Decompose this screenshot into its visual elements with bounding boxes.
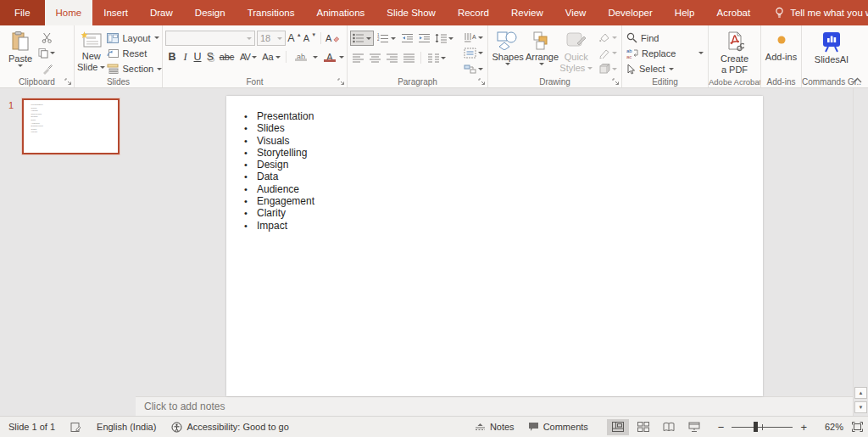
text-direction-button[interactable]: A (460, 31, 486, 44)
text-highlight-button[interactable]: ab (290, 49, 312, 64)
reading-view-button[interactable] (658, 419, 680, 435)
align-text-button[interactable] (460, 47, 486, 59)
tab-slide-show[interactable]: Slide Show (376, 0, 447, 25)
clipboard-dialog-launcher[interactable] (64, 78, 72, 86)
font-dialog-launcher[interactable] (337, 78, 345, 86)
create-pdf-button[interactable]: Create a PDF (714, 28, 756, 76)
increase-indent-button[interactable] (416, 31, 431, 46)
language-indicator[interactable]: English (India) (97, 422, 156, 432)
bullet-item[interactable]: Impact (244, 220, 314, 232)
numbering-button[interactable]: 12 (376, 31, 398, 46)
shapes-button[interactable]: Shapes (491, 28, 525, 76)
arrange-button[interactable]: Arrange (525, 28, 559, 76)
text-shadow-button[interactable]: S (204, 49, 216, 64)
tab-draw[interactable]: Draw (139, 0, 184, 25)
notes-placeholder[interactable]: Click to add notes (144, 401, 225, 412)
collapse-ribbon-button[interactable] (853, 77, 862, 83)
bullet-item[interactable]: Design (244, 159, 314, 171)
copy-button[interactable] (38, 47, 55, 59)
decrease-indent-button[interactable] (399, 31, 415, 46)
tab-file[interactable]: File (0, 0, 45, 25)
format-painter-button[interactable] (38, 63, 55, 76)
tab-record[interactable]: Record (447, 0, 500, 25)
slidesai-button[interactable]: SlidesAI (808, 28, 855, 76)
vertical-scrollbar[interactable]: ▲ ▼ (853, 88, 868, 416)
zoom-slider[interactable] (732, 422, 793, 432)
cut-button[interactable] (38, 31, 55, 44)
proofing-icon[interactable] (70, 422, 81, 433)
slide-thumbnail[interactable]: PresentationSlidesVisualsStorytellingDes… (22, 98, 120, 154)
underline-button[interactable]: U (192, 49, 203, 64)
shape-fill-button[interactable] (597, 31, 619, 44)
quick-styles-button[interactable]: Quick Styles (559, 28, 593, 76)
comments-button[interactable]: Comments (521, 419, 595, 434)
bullet-item[interactable]: Presentation (244, 110, 314, 122)
bullet-item[interactable]: Engagement (244, 195, 314, 207)
shape-effects-button[interactable] (597, 63, 619, 76)
strikethrough-button[interactable]: abc (217, 49, 236, 64)
new-slide-button[interactable]: New Slide (77, 28, 105, 76)
tab-home[interactable]: Home (45, 0, 93, 25)
zoom-slider-handle[interactable] (754, 422, 758, 432)
columns-button[interactable] (426, 50, 448, 65)
zoom-in-button[interactable]: + (798, 421, 810, 434)
tab-acrobat[interactable]: Acrobat (706, 0, 762, 25)
font-name-combobox[interactable] (165, 31, 255, 46)
decrease-font-size-button[interactable]: A▼ (303, 31, 316, 46)
layout-button[interactable]: Layout (105, 31, 164, 44)
font-size-combobox[interactable]: 18 (257, 31, 286, 46)
align-right-button[interactable] (384, 50, 399, 65)
bullet-item[interactable]: Data (244, 171, 314, 182)
notes-toggle-button[interactable]: Notes (468, 419, 521, 434)
bullet-item[interactable]: Visuals (244, 135, 314, 147)
justify-button[interactable] (401, 50, 416, 65)
slide-editor[interactable]: PresentationSlidesVisualsStorytellingDes… (226, 96, 763, 396)
bullet-item[interactable]: Clarity (244, 207, 314, 219)
tab-insert[interactable]: Insert (92, 0, 139, 25)
align-left-button[interactable] (350, 50, 365, 65)
align-center-button[interactable] (367, 50, 382, 65)
change-case-button[interactable]: Aa (260, 49, 282, 64)
slide-sorter-view-button[interactable] (632, 419, 654, 435)
shape-outline-button[interactable] (597, 47, 619, 59)
zoom-level[interactable]: 62% (818, 422, 843, 432)
zoom-out-button[interactable]: − (715, 421, 727, 434)
bullet-item[interactable]: Audience (244, 183, 314, 195)
tell-me-search[interactable]: Tell me what you want to do (775, 0, 868, 25)
tab-developer[interactable]: Developer (597, 0, 663, 25)
tab-help[interactable]: Help (664, 0, 706, 25)
increase-font-size-button[interactable]: A▲ (287, 31, 302, 46)
section-button[interactable]: Section (105, 63, 164, 76)
reset-button[interactable]: Reset (105, 47, 164, 59)
font-color-button[interactable]: A (321, 49, 338, 64)
tab-animations[interactable]: Animations (305, 0, 376, 25)
select-button[interactable]: Select (625, 63, 705, 76)
slide-indicator[interactable]: Slide 1 of 1 (8, 422, 55, 432)
bold-button[interactable]: B (165, 49, 179, 64)
tab-design[interactable]: Design (184, 0, 236, 25)
bullet-item[interactable]: Slides (244, 122, 314, 134)
notes-pane[interactable]: Click to add notes (136, 396, 853, 416)
tab-review[interactable]: Review (500, 0, 554, 25)
italic-button[interactable]: I (180, 49, 191, 64)
find-button[interactable]: Find (625, 31, 705, 44)
normal-view-button[interactable] (607, 419, 629, 435)
scroll-down-button[interactable]: ▼ (854, 401, 867, 413)
scroll-up-button[interactable]: ▲ (854, 387, 867, 399)
bullets-button[interactable] (350, 31, 374, 46)
clear-formatting-button[interactable]: A (326, 31, 340, 46)
replace-button[interactable]: abac Replace (625, 47, 705, 59)
tab-transitions[interactable]: Transitions (236, 0, 306, 25)
bullet-list[interactable]: PresentationSlidesVisualsStorytellingDes… (244, 110, 314, 232)
paste-button[interactable]: Paste (3, 28, 38, 76)
tab-view[interactable]: View (554, 0, 598, 25)
convert-to-smartart-button[interactable] (460, 63, 486, 76)
accessibility-status[interactable]: Accessibility: Good to go (171, 422, 288, 433)
fit-slide-to-window-button[interactable] (852, 422, 863, 432)
bullet-item[interactable]: Storytelling (244, 147, 314, 159)
character-spacing-button[interactable]: AV (237, 49, 259, 64)
addins-button[interactable]: Add-ins (764, 28, 798, 76)
slideshow-view-button[interactable] (683, 419, 705, 435)
drawing-dialog-launcher[interactable] (612, 78, 620, 86)
line-spacing-button[interactable] (433, 31, 455, 46)
